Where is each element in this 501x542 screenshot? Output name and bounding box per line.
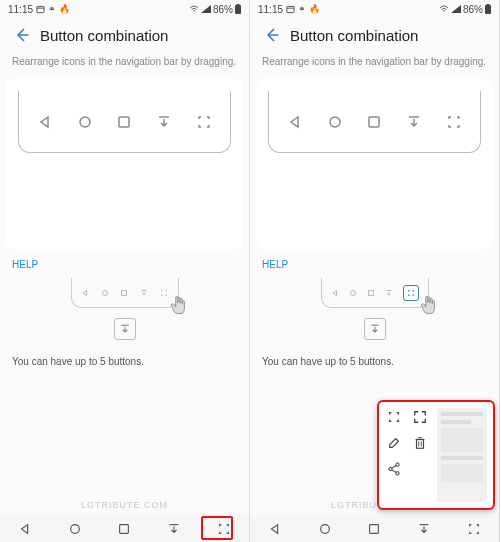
nav-frame[interactable] <box>18 91 231 153</box>
home-circle-icon <box>101 289 109 297</box>
back-triangle-icon[interactable] <box>37 114 53 130</box>
svg-rect-2 <box>235 5 241 14</box>
calendar-icon <box>36 5 45 14</box>
svg-rect-28 <box>370 525 379 534</box>
notification-down-icon <box>369 323 381 335</box>
home-circle-icon[interactable] <box>77 114 93 130</box>
notification-down-icon[interactable] <box>167 522 181 536</box>
share-icon[interactable] <box>387 462 401 476</box>
svg-point-36 <box>389 467 392 470</box>
svg-rect-6 <box>119 117 129 127</box>
svg-rect-17 <box>485 5 491 14</box>
signal-icon <box>451 5 461 13</box>
fire-icon: 🔥 <box>309 4 320 14</box>
svg-line-38 <box>392 466 396 469</box>
edit-icon[interactable] <box>387 436 401 450</box>
screenshot-thumbnail[interactable] <box>437 408 487 502</box>
back-triangle-icon <box>331 289 339 297</box>
notification-down-icon[interactable] <box>156 114 172 130</box>
nav-preview <box>6 79 243 249</box>
notification-down-icon <box>140 289 148 297</box>
back-triangle-icon[interactable] <box>268 522 282 536</box>
help-text: You can have up to 5 buttons. <box>250 340 499 383</box>
capture-corners-icon[interactable] <box>467 522 481 536</box>
svg-rect-13 <box>120 525 129 534</box>
svg-rect-21 <box>369 117 379 127</box>
back-triangle-icon[interactable] <box>287 114 303 130</box>
recent-square-icon[interactable] <box>116 114 132 130</box>
recent-square-icon[interactable] <box>117 522 131 536</box>
recent-square-icon <box>120 289 128 297</box>
svg-point-37 <box>396 472 399 475</box>
back-triangle-icon[interactable] <box>18 522 32 536</box>
recent-square-icon[interactable] <box>366 114 382 130</box>
help-graphic <box>250 278 499 340</box>
svg-rect-0 <box>37 6 44 12</box>
wifi-icon <box>439 5 449 13</box>
svg-rect-24 <box>368 290 373 295</box>
svg-point-35 <box>396 463 399 466</box>
status-time: 11:15 <box>8 4 33 15</box>
capture-corners-icon <box>407 289 415 297</box>
subtitle: Rearrange icons in the navigation bar by… <box>0 52 249 75</box>
svg-point-23 <box>350 290 355 295</box>
status-bar: 11:15 ⚭ 🔥 86% <box>0 0 249 18</box>
svg-rect-9 <box>122 290 127 295</box>
help-text: You can have up to 5 buttons. <box>0 340 249 383</box>
fire-icon: 🔥 <box>59 4 70 14</box>
svg-rect-30 <box>417 440 424 449</box>
capture-corners-icon[interactable] <box>196 114 212 130</box>
capture-corners-icon[interactable] <box>446 114 462 130</box>
recent-square-icon[interactable] <box>367 522 381 536</box>
header: Button combination <box>0 18 249 52</box>
battery-pct: 86% <box>463 4 483 15</box>
mini-nav-frame <box>321 278 429 308</box>
capture-popup <box>377 400 495 510</box>
watermark: LGTRIBUTE.COM <box>81 500 168 510</box>
subtitle: Rearrange icons in the navigation bar by… <box>250 52 499 75</box>
notification-down-icon[interactable] <box>417 522 431 536</box>
back-arrow-icon[interactable] <box>262 26 280 44</box>
calendar-icon <box>286 5 295 14</box>
page-title: Button combination <box>290 27 418 44</box>
help-label: HELP <box>250 249 499 276</box>
delete-icon[interactable] <box>413 436 427 450</box>
drop-target <box>114 318 136 340</box>
capture-corners-icon[interactable] <box>387 410 401 424</box>
page-title: Button combination <box>40 27 168 44</box>
hand-icon <box>416 293 442 319</box>
link-icon: ⚭ <box>298 4 306 14</box>
nav-frame[interactable] <box>268 91 481 153</box>
signal-icon <box>201 5 211 13</box>
help-graphic <box>0 278 249 340</box>
system-navbar <box>250 516 499 542</box>
back-triangle-icon <box>81 289 89 297</box>
expand-icon[interactable] <box>413 410 427 424</box>
wifi-icon <box>189 5 199 13</box>
back-arrow-icon[interactable] <box>12 26 30 44</box>
status-time: 11:15 <box>258 4 283 15</box>
home-circle-icon[interactable] <box>318 522 332 536</box>
svg-point-12 <box>70 525 79 534</box>
battery-icon <box>485 4 491 14</box>
home-circle-icon[interactable] <box>327 114 343 130</box>
header: Button combination <box>250 18 499 52</box>
link-icon: ⚭ <box>48 4 56 14</box>
svg-point-5 <box>80 117 90 127</box>
status-bar: 11:15 ⚭ 🔥 86% <box>250 0 499 18</box>
battery-pct: 86% <box>213 4 233 15</box>
nav-preview <box>256 79 493 249</box>
svg-point-8 <box>102 290 107 295</box>
highlight-box <box>201 516 233 540</box>
svg-line-39 <box>392 470 396 473</box>
drop-target <box>364 318 386 340</box>
hand-icon <box>166 293 192 319</box>
svg-rect-18 <box>487 4 490 6</box>
home-circle-icon[interactable] <box>68 522 82 536</box>
svg-point-20 <box>330 117 340 127</box>
recent-square-icon <box>367 289 375 297</box>
help-label: HELP <box>0 249 249 276</box>
battery-icon <box>235 4 241 14</box>
notification-down-icon[interactable] <box>406 114 422 130</box>
notification-down-icon <box>385 289 393 297</box>
